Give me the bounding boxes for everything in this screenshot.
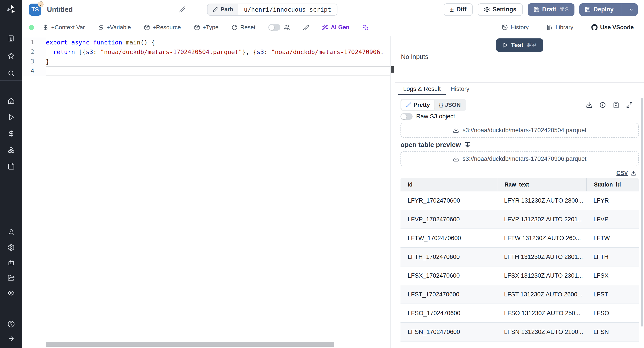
table-row: LFTW_1702470600LFTW 131230Z AUTO 260...L… xyxy=(400,229,639,248)
download-icon xyxy=(453,127,459,133)
arrow-down-from-bar-icon xyxy=(464,141,471,148)
wand-icon xyxy=(322,24,328,31)
add-type-button[interactable]: +Type xyxy=(194,24,219,31)
table-row: LFVP_1702470600LFVP 131230Z AUTO 2201...… xyxy=(400,210,639,229)
sidebar-item-workers[interactable] xyxy=(5,259,18,266)
header: TS Untitled xyxy=(22,0,644,19)
line-number: 2 xyxy=(22,47,34,57)
sidebar-item-audit[interactable] xyxy=(5,289,18,297)
pretty-option[interactable]: Pretty xyxy=(402,100,434,110)
sidebar-item-runs[interactable] xyxy=(5,114,18,121)
home-icon xyxy=(8,97,15,105)
table-cell: LFVP_1702470600 xyxy=(400,210,497,229)
pencil-icon xyxy=(212,7,218,12)
library-button[interactable]: Library xyxy=(546,24,573,31)
add-resource-label: +Resource xyxy=(152,24,181,31)
sidebar-expand[interactable] xyxy=(5,335,18,343)
sidebar-item-resources[interactable] xyxy=(5,146,18,154)
test-button[interactable]: Test ⌘↵ xyxy=(496,38,543,52)
info-icon[interactable] xyxy=(599,102,606,108)
table-cell: LFSO_1702470600 xyxy=(400,304,497,323)
sidebar-item-users[interactable] xyxy=(5,228,18,236)
table-cell: LFVP xyxy=(586,210,639,229)
deploy-button-main[interactable]: Deploy xyxy=(580,3,619,16)
code-line[interactable]: export async function main() { xyxy=(46,37,390,47)
arrow-right-icon xyxy=(8,335,15,342)
use-vscode-button[interactable]: Use VScode xyxy=(591,24,634,31)
path-value: u/henri/innocuous_script xyxy=(238,4,337,15)
add-variable-button[interactable]: +Variable xyxy=(98,24,131,31)
overview-ruler[interactable] xyxy=(390,36,395,348)
download-icon[interactable] xyxy=(586,102,592,108)
sparkles-icon xyxy=(362,24,369,31)
result-tabs: Logs & Result History xyxy=(395,83,644,95)
open-table-preview-button[interactable]: open table preview xyxy=(400,141,639,149)
panel-scrollbar[interactable] xyxy=(641,98,643,327)
sidebar-item-home[interactable] xyxy=(5,97,18,105)
json-option[interactable]: { } JSON xyxy=(434,100,465,110)
code-line[interactable] xyxy=(46,66,390,76)
tab-history[interactable]: History xyxy=(446,83,474,95)
tab-logs-result[interactable]: Logs & Result xyxy=(398,83,446,95)
settings-button[interactable]: Settings xyxy=(478,3,523,16)
sidebar-item-help[interactable] xyxy=(5,320,18,328)
download-icon[interactable] xyxy=(630,170,636,176)
plus-minus-icon: ± xyxy=(450,6,454,13)
baby-emoji-icon xyxy=(37,0,44,7)
code-editor[interactable]: 1234 export async function main() { retu… xyxy=(22,36,395,348)
sidebar-item-favorites[interactable] xyxy=(5,52,18,60)
format-button[interactable] xyxy=(303,24,309,31)
sidebar-item-search[interactable] xyxy=(5,69,18,77)
pen-icon xyxy=(406,102,411,108)
multiplayer-toggle[interactable] xyxy=(268,24,280,31)
horizontal-scrollbar[interactable] xyxy=(46,342,334,347)
raw-s3-toggle[interactable] xyxy=(400,113,412,120)
ai-sparkles-button[interactable] xyxy=(362,24,369,31)
language-badge: TS xyxy=(29,3,41,16)
deploy-dropdown-button[interactable] xyxy=(625,3,638,16)
package-icon xyxy=(194,24,200,31)
code-lines[interactable]: export async function main() { return [{… xyxy=(46,37,390,76)
deploy-button[interactable]: Deploy xyxy=(580,3,638,16)
add-variable-label: +Variable xyxy=(107,24,131,31)
code-line[interactable]: return [{s3: "noaa/duckdb/metars-1702420… xyxy=(46,47,390,57)
sidebar-item-workspace[interactable] xyxy=(5,35,18,42)
raw-s3-label: Raw S3 object xyxy=(416,113,455,120)
dollar-icon xyxy=(8,130,15,137)
table-column-header: Raw_text xyxy=(497,178,586,191)
app-window: TS Untitled xyxy=(0,0,644,348)
code-line[interactable]: } xyxy=(46,57,390,66)
robot-icon xyxy=(8,259,15,266)
table-cell: LFYR xyxy=(586,191,639,210)
s3-file-download-1[interactable]: s3://noaa/duckdb/metars-1702420504.parqu… xyxy=(400,123,639,138)
table-cell: LFSX 131230Z AUTO 2301... xyxy=(497,266,586,285)
path-input[interactable]: Path u/henri/innocuous_script xyxy=(207,3,337,16)
ai-gen-button[interactable]: AI Gen xyxy=(322,24,350,31)
diff-button[interactable]: ± Diff xyxy=(444,3,473,16)
history-button[interactable]: History xyxy=(502,24,528,31)
s3-file-download-2[interactable]: s3://noaa/duckdb/metars-1702470906.parqu… xyxy=(400,152,639,166)
test-button-label: Test xyxy=(511,41,524,49)
sidebar-item-folders[interactable] xyxy=(5,274,18,282)
reset-button[interactable]: Reset xyxy=(232,24,255,31)
table-preview: IdRaw_textStation_id LFYR_1702470600LFYR… xyxy=(400,178,639,348)
table-cell: LFTH xyxy=(586,248,639,266)
editor-toolbar: +Context Var +Variable +Resource +Type R… xyxy=(22,19,644,36)
draft-button[interactable]: Draft ⌘S xyxy=(528,3,574,16)
sidebar-item-variables[interactable] xyxy=(5,130,18,137)
windmill-logo-icon xyxy=(5,3,17,15)
github-cat-icon xyxy=(591,24,598,31)
deploy-divider xyxy=(622,3,622,16)
edit-summary-button[interactable] xyxy=(179,6,186,13)
add-resource-button[interactable]: +Resource xyxy=(144,24,181,31)
sidebar-item-settings[interactable] xyxy=(5,244,18,251)
sidebar-item-schedules[interactable] xyxy=(5,162,18,170)
expand-icon[interactable] xyxy=(626,102,633,108)
add-context-var-button[interactable]: +Context Var xyxy=(42,24,85,31)
gear-icon xyxy=(8,244,15,251)
page-title: Untitled xyxy=(47,5,73,14)
clipboard-icon[interactable] xyxy=(613,102,620,108)
folder-open-icon xyxy=(8,274,15,281)
windmill-logo[interactable] xyxy=(5,3,18,16)
csv-download-link[interactable]: CSV xyxy=(616,170,628,176)
